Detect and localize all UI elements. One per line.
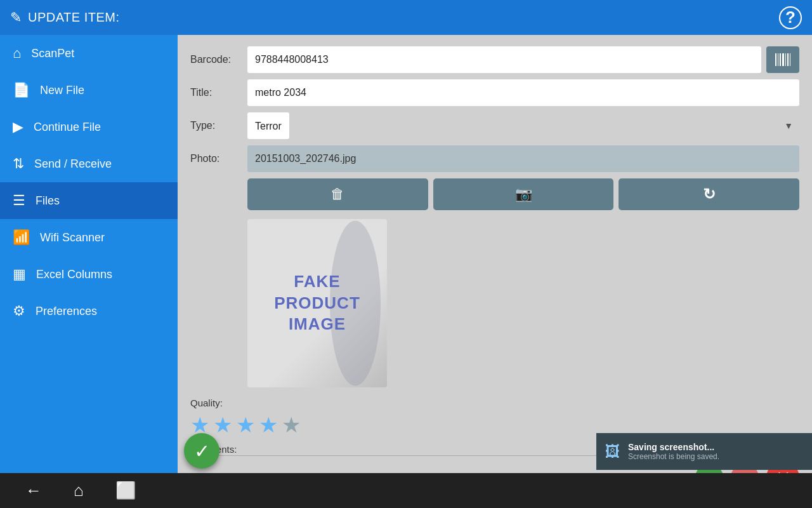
sidebar-label-preferences: Preferences	[36, 305, 97, 318]
refresh-icon: ↻	[703, 185, 716, 203]
refresh-photo-button[interactable]: ↻	[619, 178, 799, 210]
recents-button[interactable]: ⬜	[115, 481, 136, 500]
barcode-input[interactable]	[247, 46, 761, 73]
chevron-down-icon: ▼	[784, 121, 793, 131]
notification-subtitle: Screenshot is being saved.	[628, 452, 719, 461]
notification-text: Saving screenshot... Screenshot is being…	[628, 442, 719, 461]
home-button[interactable]: ⌂	[74, 481, 84, 500]
back-button[interactable]: ←	[25, 481, 42, 500]
home-icon: ⌂	[13, 45, 21, 62]
sidebar-label-wifi-scanner: Wifi Scanner	[40, 231, 105, 244]
sidebar-item-new-file[interactable]: 📄 New File	[0, 72, 178, 109]
svg-rect-5	[787, 53, 789, 66]
svg-rect-3	[782, 53, 784, 66]
svg-rect-4	[785, 53, 786, 66]
files-icon: ☰	[13, 192, 25, 209]
bottombar: ← ⌂ ⬜	[0, 473, 812, 508]
sidebar: ⌂ ScanPet 📄 New File ▶ Continue File ⇅ S…	[0, 35, 178, 508]
star-2[interactable]: ★	[213, 412, 232, 438]
sidebar-label-scanpet: ScanPet	[31, 47, 74, 60]
title-input[interactable]	[247, 79, 799, 106]
sidebar-label-files: Files	[36, 194, 60, 208]
title-label: Title:	[190, 87, 247, 98]
photo-row: Photo: 20151003_202746.jpg	[190, 145, 799, 172]
svg-rect-6	[790, 53, 790, 66]
camera-button[interactable]: 📷	[433, 178, 614, 210]
star-4[interactable]: ★	[259, 412, 278, 438]
product-placeholder-text: FAKEPRODUCTIMAGE	[274, 271, 360, 335]
sidebar-item-scanpet[interactable]: ⌂ ScanPet	[0, 35, 178, 72]
title-row: Title:	[190, 79, 799, 106]
trash-icon: 🗑	[331, 186, 344, 203]
topbar: ✎ UPDATE ITEM: ?	[0, 0, 812, 35]
camera-icon: 📷	[515, 186, 532, 203]
sidebar-item-excel-columns[interactable]: ▦ Excel Columns	[0, 256, 178, 293]
barcode-field-group	[247, 46, 799, 73]
type-wrapper: Terror ▼	[247, 112, 799, 139]
barcode-label: Barcode:	[190, 54, 247, 65]
screenshot-icon: 🖼	[605, 443, 620, 460]
quality-label: Quality:	[190, 398, 799, 408]
sidebar-label-send-receive: Send / Receive	[34, 157, 112, 171]
sidebar-item-wifi-scanner[interactable]: 📶 Wifi Scanner	[0, 219, 178, 256]
star-3[interactable]: ★	[236, 412, 255, 438]
file-icon: 📄	[13, 82, 30, 98]
help-button[interactable]: ?	[779, 6, 802, 29]
notification-title: Saving screenshot...	[628, 442, 719, 452]
sidebar-item-continue-file[interactable]: ▶ Continue File	[0, 109, 178, 145]
sidebar-item-files[interactable]: ☰ Files	[0, 182, 178, 219]
page-title: UPDATE ITEM:	[28, 10, 120, 25]
delete-photo-button[interactable]: 🗑	[247, 178, 428, 210]
send-receive-icon: ⇅	[13, 156, 24, 172]
type-row: Type: Terror ▼	[190, 112, 799, 139]
product-image: FAKEPRODUCTIMAGE	[247, 219, 387, 387]
play-icon: ▶	[13, 119, 23, 135]
type-label: Type:	[190, 120, 247, 131]
sidebar-label-excel-columns: Excel Columns	[36, 268, 112, 281]
svg-rect-0	[775, 53, 776, 66]
star-5[interactable]: ★	[282, 412, 301, 438]
quality-section: Quality: ★ ★ ★ ★ ★	[190, 398, 799, 438]
confirm-fab-button[interactable]: ✓	[184, 433, 219, 469]
wifi-icon: 📶	[13, 229, 30, 246]
sidebar-label-new-file: New File	[40, 84, 84, 97]
edit-icon: ✎	[10, 10, 22, 26]
svg-rect-1	[778, 53, 778, 66]
svg-rect-2	[780, 53, 781, 66]
photo-label: Photo:	[190, 153, 247, 164]
photo-filename: 20151003_202746.jpg	[247, 145, 799, 172]
barcode-row: Barcode:	[190, 46, 799, 73]
photo-actions: 🗑 📷 ↻	[247, 178, 799, 210]
screenshot-notification: 🖼 Saving screenshot... Screenshot is bei…	[596, 433, 812, 470]
excel-icon: ▦	[13, 266, 26, 283]
sidebar-item-send-receive[interactable]: ⇅ Send / Receive	[0, 145, 178, 182]
gear-icon: ⚙	[13, 303, 25, 319]
checkmark-icon: ✓	[194, 440, 210, 462]
sidebar-label-continue-file: Continue File	[34, 121, 101, 134]
sidebar-item-preferences[interactable]: ⚙ Preferences	[0, 293, 178, 330]
barcode-scan-button[interactable]	[766, 46, 799, 73]
type-select[interactable]: Terror	[247, 112, 289, 139]
barcode-icon	[774, 51, 792, 69]
